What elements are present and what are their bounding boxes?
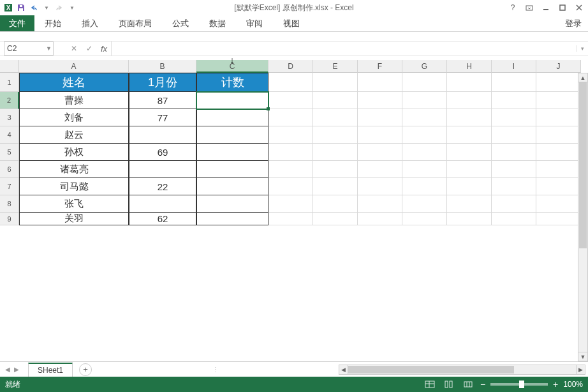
cell-F4[interactable] [358,126,402,144]
cell-B7[interactable]: 22 [129,178,196,195]
cell-J3[interactable] [536,109,581,126]
help-icon[interactable]: ? [508,3,518,13]
scroll-down-icon[interactable]: ▼ [578,352,587,361]
formula-input[interactable] [111,41,577,56]
row-header-9[interactable]: 9 [0,213,19,225]
cell-D9[interactable] [268,213,313,225]
cell-I9[interactable] [492,213,536,225]
cell-B3[interactable]: 77 [129,109,196,126]
cell-I4[interactable] [492,126,536,144]
vscroll-thumb[interactable] [579,82,587,248]
scroll-left-icon[interactable]: ◀ [339,365,348,374]
cell-G1[interactable] [402,73,447,92]
undo-dropdown-icon[interactable]: ▼ [41,2,52,13]
tab-review[interactable]: 审阅 [236,15,273,31]
tab-home[interactable]: 开始 [34,15,71,31]
cell-E8[interactable] [313,195,358,213]
row-header-6[interactable]: 6 [0,161,19,178]
login-link[interactable]: 登录 [559,15,588,31]
cell-J9[interactable] [536,213,581,225]
cell-E7[interactable] [313,178,358,195]
cell-G8[interactable] [402,195,447,213]
cell-G3[interactable] [402,109,447,126]
qat-dropdown-icon[interactable]: ▼ [66,2,78,13]
tab-view[interactable]: 视图 [273,15,310,31]
cell-C2[interactable] [196,92,268,109]
row-header-8[interactable]: 8 [0,195,19,213]
scroll-right-icon[interactable]: ▶ [576,365,585,374]
minimize-icon[interactable] [541,3,551,13]
cell-H2[interactable] [447,92,492,109]
cell-D6[interactable] [268,161,313,178]
cell-F2[interactable] [358,92,402,109]
cell-A7[interactable]: 司马懿 [19,178,129,195]
cell-A8[interactable]: 张飞 [19,195,129,213]
row-header-1[interactable]: 1 [0,73,19,92]
close-icon[interactable] [574,3,584,13]
column-header-A[interactable]: A [19,60,129,73]
cell-D2[interactable] [268,92,313,109]
row-header-2[interactable]: 2 [0,92,19,109]
cell-B9[interactable]: 62 [129,213,196,225]
cell-J6[interactable] [536,161,581,178]
cell-I2[interactable] [492,92,536,109]
cell-D4[interactable] [268,126,313,144]
cell-E4[interactable] [313,126,358,144]
cell-J7[interactable] [536,178,581,195]
name-box[interactable]: C2 ▼ [4,41,54,56]
cell-C9[interactable] [196,213,268,225]
sheet-tab-active[interactable]: SHeet1 [28,363,73,377]
cell-C8[interactable] [196,195,268,213]
cell-B1[interactable]: 1月份 [129,73,196,92]
row-header-3[interactable]: 3 [0,109,19,126]
cell-D5[interactable] [268,144,313,161]
row-header-4[interactable]: 4 [0,126,19,144]
cell-F9[interactable] [358,213,402,225]
cell-C1[interactable]: 计数 [196,73,268,92]
cell-E2[interactable] [313,92,358,109]
column-header-E[interactable]: E [313,60,358,73]
cell-E3[interactable] [313,109,358,126]
cell-J2[interactable] [536,92,581,109]
column-header-I[interactable]: I [492,60,536,73]
formula-expand-icon[interactable]: ▾ [577,45,588,52]
cell-H7[interactable] [447,178,492,195]
zoom-in-icon[interactable]: + [553,379,558,389]
scroll-up-icon[interactable]: ▲ [578,73,587,82]
tab-layout[interactable]: 页面布局 [108,15,162,31]
cell-E6[interactable] [313,161,358,178]
cell-I5[interactable] [492,144,536,161]
cell-C4[interactable] [196,126,268,144]
cell-G2[interactable] [402,92,447,109]
cancel-icon[interactable]: ✕ [66,44,82,53]
name-box-dropdown-icon[interactable]: ▼ [46,45,52,52]
cell-F7[interactable] [358,178,402,195]
cell-A3[interactable]: 刘备 [19,109,129,126]
column-header-H[interactable]: H [447,60,492,73]
row-header-7[interactable]: 7 [0,178,19,195]
cell-J4[interactable] [536,126,581,144]
redo-icon[interactable] [54,2,65,13]
column-header-D[interactable]: D [268,60,313,73]
cell-H4[interactable] [447,126,492,144]
ribbon-options-icon[interactable] [524,3,534,13]
cell-H9[interactable] [447,213,492,225]
cell-B6[interactable] [129,161,196,178]
cell-I3[interactable] [492,109,536,126]
cell-B5[interactable]: 69 [129,144,196,161]
cell-B4[interactable] [129,126,196,144]
cell-H3[interactable] [447,109,492,126]
save-icon[interactable] [15,2,27,13]
cell-F8[interactable] [358,195,402,213]
column-header-C[interactable]: C↓ [196,60,268,73]
cell-C7[interactable] [196,178,268,195]
vertical-scrollbar[interactable]: ▲ ▼ [578,73,588,361]
cell-H8[interactable] [447,195,492,213]
add-sheet-icon[interactable]: + [79,363,92,376]
zoom-slider[interactable] [490,383,548,386]
cell-E5[interactable] [313,144,358,161]
cell-J8[interactable] [536,195,581,213]
cell-F1[interactable] [358,73,402,92]
zoom-out-icon[interactable]: − [480,379,485,389]
cell-A1[interactable]: 姓名 [19,73,129,92]
